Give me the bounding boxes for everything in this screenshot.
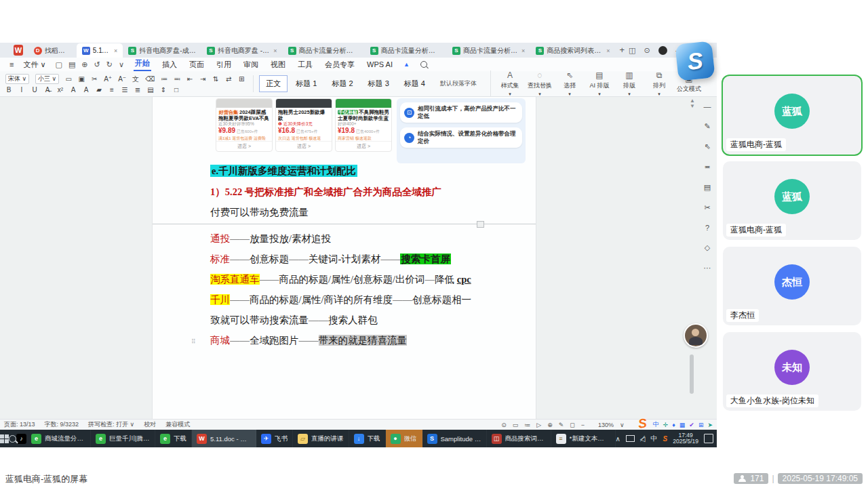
read-mode-icon[interactable]: ⊙ [501, 422, 507, 428]
taskbar-app-browser[interactable]: e 商城流量分析 - … [26, 430, 91, 447]
menu-6[interactable]: 视图 [269, 59, 287, 70]
scroll-up-arrow[interactable]: ▲▼ [690, 98, 695, 109]
ribbon-button[interactable]: ▤ AI 排版 ▾ [586, 70, 613, 97]
tray-clock[interactable]: 17:492025/5/19 [673, 432, 698, 445]
window-tab[interactable]: S 商品卡流量分析流量来源 × [365, 43, 447, 58]
table-icon[interactable]: ⊞ [238, 75, 245, 83]
zoom-caret-icon[interactable]: ∨ [620, 422, 625, 428]
border-icon[interactable]: □ [173, 86, 180, 94]
taskbar-app-feishu[interactable]: ✈ 飞书 [256, 430, 293, 447]
mic-icon[interactable]: ♦ [672, 422, 675, 428]
layout-tool-icon[interactable]: ▤ [704, 183, 711, 192]
font-family-select[interactable]: 宋体 ∨ [5, 74, 29, 84]
start-button[interactable] [0, 430, 9, 447]
strikethrough-icon[interactable]: A̶ [44, 86, 51, 94]
search-icon[interactable] [420, 61, 427, 68]
ribbon-button[interactable]: ⧉ 排列 ▾ [646, 70, 673, 97]
edit-icon[interactable]: ✎ [559, 422, 564, 428]
bullet-list-icon[interactable]: ≔ [161, 75, 167, 83]
ribbon-button[interactable]: A 样式集 ▾ [496, 70, 524, 97]
check-icon[interactable]: ✔ [689, 422, 694, 428]
display-icon[interactable] [626, 435, 635, 442]
undo-icon[interactable]: ↺ [94, 60, 100, 69]
word-count[interactable]: 字数: 9/3232 [45, 420, 79, 429]
taskbar-app-download[interactable]: ↓ 下载 [349, 430, 386, 447]
window-tab[interactable]: S 抖音电商罗盘-成交分析 × [123, 43, 201, 58]
tab-close-icon[interactable]: × [114, 47, 117, 54]
line-spacing-icon[interactable]: ⇕ [160, 86, 167, 94]
italic-icon[interactable]: I [18, 86, 25, 94]
ime-icon[interactable]: 中 [653, 420, 659, 429]
taskbar-search-icon[interactable] [9, 430, 16, 447]
hidden-icons-chevron[interactable]: ∧ [616, 435, 620, 443]
numbered-list-icon[interactable]: ≕ [174, 75, 180, 83]
menu-4[interactable]: 引用 [215, 59, 233, 70]
participant-tile[interactable]: 未知 大鱼小鱼水族-岗位未知 [723, 332, 861, 411]
window-tab[interactable]: S 商品卡流量分析汇总-… × [447, 43, 530, 58]
participant-tile[interactable]: 蓝狐 蓝狐电商-蓝狐 [723, 161, 861, 240]
style-chip[interactable]: 标题 4 [397, 75, 432, 92]
ribbon-button[interactable]: ⇖ 选择 ▾ [556, 70, 583, 97]
new-tab-button[interactable]: + [620, 45, 625, 55]
menu-8[interactable]: 会员专享 [323, 59, 356, 70]
style-chip[interactable]: 标题 3 [361, 75, 396, 92]
window-tab[interactable]: S 商品搜索词列表_统计… × [530, 43, 615, 58]
tab-close-icon[interactable]: × [273, 47, 277, 54]
menu-2[interactable]: 插入 [161, 59, 178, 70]
justify-icon[interactable]: ▤ [147, 86, 154, 94]
paragraph-drag-handle[interactable]: ⠿ [191, 338, 197, 345]
select-tool-icon[interactable]: ⇖ [704, 142, 710, 151]
superscript-icon[interactable]: x² [57, 86, 64, 94]
participant-tile[interactable]: 杰恒 李杰恒 [723, 247, 861, 325]
more-icon[interactable]: ∨ [119, 60, 124, 69]
apps-icon[interactable]: ⊞ [698, 422, 704, 428]
increase-font-icon[interactable]: A⁺ [104, 75, 112, 83]
clear-format-icon[interactable]: ⌫ [145, 75, 155, 83]
window-tab[interactable]: W 5.11.doc × [77, 43, 123, 58]
douyin-app-icon[interactable]: ♪ [16, 430, 26, 447]
menu-5[interactable]: 审阅 [242, 59, 260, 70]
indent-icon[interactable]: ⇥ [199, 75, 206, 83]
vertical-scrollbar[interactable] [690, 354, 694, 394]
menu-1[interactable]: 开始 [134, 58, 151, 71]
style-chip[interactable]: 正文 [259, 75, 288, 92]
web-mode-icon[interactable]: ⊕ [547, 422, 553, 428]
style-chip[interactable]: 默认段落字体 [433, 76, 484, 92]
tray-s-logo[interactable]: S [663, 435, 668, 443]
taskbar-app-browser[interactable]: e 巨量千川|腾商… [91, 430, 155, 447]
ribbon-button[interactable]: ◌ 查找替换 ▾ [526, 70, 553, 97]
window-tab[interactable]: D 找稻壳模板 × [28, 43, 77, 58]
highlight-icon[interactable]: A [70, 86, 77, 94]
zoom-level[interactable]: 130% [598, 422, 614, 428]
zoom-out-icon[interactable]: − [581, 422, 585, 428]
window-tab[interactable]: S 抖音电商罗盘 - 成交… × [201, 43, 283, 58]
adjust-icon[interactable]: ≖ [704, 163, 710, 171]
taskbar-app-wps[interactable]: W 5.11.doc - W… [192, 430, 256, 447]
taskbar-app-notepad[interactable]: ≡ *新建文本文档… [551, 430, 616, 447]
volume-muted-icon[interactable]: ◁̸ [640, 435, 646, 443]
settings-icon[interactable]: ⊙ [644, 46, 650, 55]
more-tools-icon[interactable]: ⋯ [704, 264, 711, 272]
proofread[interactable]: 校对 [144, 420, 156, 429]
taskbar-app-samplitude[interactable]: S Samplitude P… [422, 430, 487, 447]
taskbar-app-browser[interactable]: e 下载 [155, 430, 192, 447]
taskbar-app-redapp[interactable]: ◫ 商品搜索词统… [487, 430, 551, 447]
outline-icon[interactable]: ≔ [524, 422, 530, 428]
tab-close-icon[interactable]: × [521, 47, 525, 54]
taskbar-app-folder[interactable]: ▱ 直播的讲课 [293, 430, 349, 447]
new-doc-icon[interactable]: ▢ [56, 60, 62, 69]
underline-icon[interactable]: U [31, 86, 38, 94]
cut-icon[interactable]: ✂ [91, 75, 98, 83]
direction-icon[interactable]: ⇄ [225, 75, 232, 83]
fullscreen-icon[interactable]: ◻ [570, 422, 574, 428]
action-center-icon[interactable] [704, 434, 713, 443]
shape-tool-icon[interactable]: ◇ [705, 243, 710, 252]
snip-icon[interactable]: ✂ [704, 203, 710, 212]
wps-logo-icon[interactable]: W [14, 45, 23, 56]
hamburger-icon[interactable]: ≡ [9, 60, 14, 68]
style-chip[interactable]: 标题 2 [325, 75, 359, 92]
align-left-icon[interactable]: ≡ [108, 86, 115, 94]
bold-icon[interactable]: B [5, 86, 12, 94]
shading-icon[interactable]: ▰ [96, 86, 102, 94]
font-color-icon[interactable]: A [83, 86, 90, 94]
